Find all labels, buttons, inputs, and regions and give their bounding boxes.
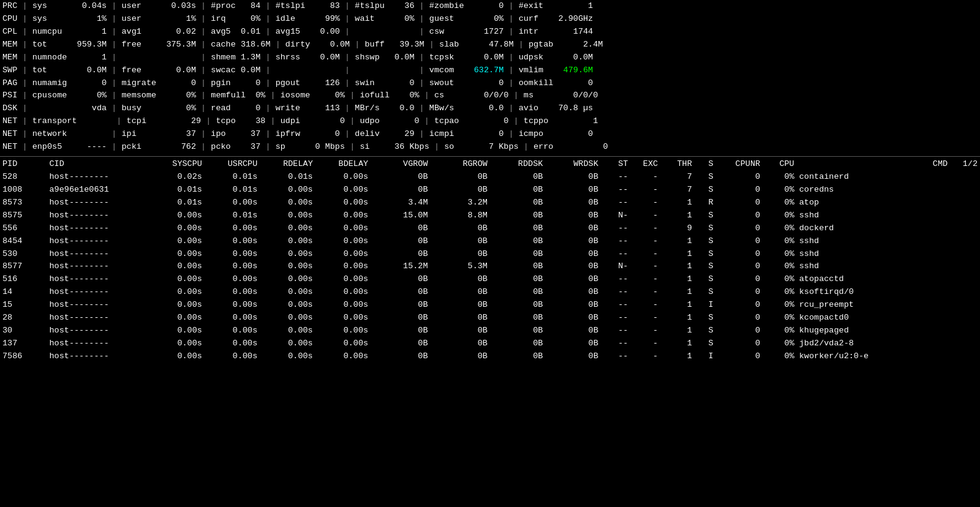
proc-col-header-12: 1/2 [950, 158, 980, 171]
table-row: 8454host--------0.00s0.00s0.00s0.00s0B0B… [0, 235, 980, 248]
proc-cell: 0.00s [315, 248, 371, 261]
sys-row-net: NET | transport | tcpi 29 | tcpo 38 | ud… [2, 116, 598, 126]
proc-cell: S [695, 184, 716, 197]
proc-cell: - [630, 286, 660, 299]
proc-cell: sshd [797, 248, 950, 261]
proc-cell: 0% [763, 209, 797, 222]
proc-col-header-bdelay: BDELAY [315, 158, 371, 171]
proc-cell: coredns [797, 184, 950, 197]
table-row: 1008a9e96e1e06310.01s0.01s0.00s0.00s0B0B… [0, 184, 980, 197]
proc-cell: 0% [763, 184, 797, 197]
proc-cell: 0B [490, 248, 545, 261]
proc-cell: S [695, 260, 716, 273]
proc-cell [950, 350, 980, 363]
proc-cell: 0B [431, 171, 490, 184]
proc-cell: 0 [716, 184, 763, 197]
proc-cell: N- [601, 260, 631, 273]
proc-col-header-rgrow: RGROW [431, 158, 490, 171]
proc-cell: host-------- [47, 312, 149, 325]
proc-cell: 0B [545, 222, 600, 235]
proc-cell: khugepaged [797, 325, 950, 337]
proc-cell: 0B [545, 235, 600, 248]
proc-cell: 0.00s [315, 184, 371, 197]
proc-header-row: PIDCIDSYSCPUUSRCPURDELAYBDELAYVGROWRGROW… [0, 158, 980, 171]
proc-cell: host-------- [47, 299, 149, 312]
proc-cell: -- [601, 197, 631, 209]
proc-cell: 0B [371, 248, 430, 261]
proc-cell [950, 325, 980, 337]
proc-cell: 0.00s [315, 286, 371, 299]
proc-cell: 0.00s [205, 222, 260, 235]
proc-cell: R [695, 197, 716, 209]
proc-cell: 5.3M [431, 260, 490, 273]
proc-cell: 530 [0, 248, 47, 261]
proc-cell: 0B [431, 184, 490, 197]
proc-cell: 0.00s [315, 337, 371, 350]
proc-cell [950, 209, 980, 222]
proc-cell: N- [601, 209, 631, 222]
proc-cell: 528 [0, 171, 47, 184]
sys-row-net: NET | network | ipi 37 | ipo 37 | ipfrw … [2, 129, 593, 138]
proc-cell: 0B [490, 286, 545, 299]
proc-cell: 0B [545, 184, 600, 197]
proc-cell: 0.00s [205, 260, 260, 273]
proc-cell: host-------- [47, 248, 149, 261]
proc-cell: host-------- [47, 209, 149, 222]
proc-cell: 0B [545, 350, 600, 363]
proc-cell: 0.00s [205, 235, 260, 248]
proc-cell: I [695, 350, 716, 363]
proc-cell: 0.00s [260, 235, 315, 248]
proc-cell: -- [601, 350, 631, 363]
proc-cell: 0.00s [205, 312, 260, 325]
proc-cell: 0.00s [315, 299, 371, 312]
proc-cell: 0% [763, 260, 797, 273]
proc-cell: 0 [716, 312, 763, 325]
proc-cell: 0.00s [315, 222, 371, 235]
proc-cell: 0B [431, 286, 490, 299]
proc-col-header-cid: CID [47, 158, 149, 171]
proc-cell: 0B [490, 337, 545, 350]
proc-cell [950, 222, 980, 235]
table-row: 14host--------0.00s0.00s0.00s0.00s0B0B0B… [0, 286, 980, 299]
proc-cell: kcompactd0 [797, 312, 950, 325]
proc-cell: 0B [371, 325, 430, 337]
proc-cell: 0B [490, 171, 545, 184]
sys-row-pag: PAG | numamig 0 | migrate 0 | pgin 0 | p… [2, 78, 593, 88]
proc-cell: - [630, 197, 660, 209]
proc-cell: 0B [490, 235, 545, 248]
proc-cell: 0% [763, 222, 797, 235]
table-row: 516host--------0.00s0.00s0.00s0.00s0B0B0… [0, 273, 980, 286]
proc-cell: 0B [490, 312, 545, 325]
proc-cell: 0.00s [260, 350, 315, 363]
proc-cell: host-------- [47, 325, 149, 337]
proc-cell: containerd [797, 171, 950, 184]
proc-cell: 0.00s [149, 273, 204, 286]
proc-cell: sshd [797, 260, 950, 273]
proc-table-container: PIDCIDSYSCPUUSRCPURDELAYBDELAYVGROWRGROW… [0, 158, 980, 363]
proc-cell [950, 260, 980, 273]
proc-cell: 8454 [0, 235, 47, 248]
sys-row-mem: MEM | tot 959.3M | free 375.3M | cache 3… [2, 40, 603, 49]
proc-cell: 0 [716, 209, 763, 222]
proc-cell: S [695, 209, 716, 222]
proc-cell: 0B [371, 273, 430, 286]
proc-cell: 0B [371, 171, 430, 184]
proc-cell: 0.00s [149, 350, 204, 363]
proc-cell: 30 [0, 325, 47, 337]
proc-cell: 0.00s [260, 184, 315, 197]
sys-row-prc: PRC | sys 0.04s | user 0.03s | #proc 84 … [2, 1, 593, 10]
proc-cell: 1 [660, 209, 695, 222]
proc-cell: 0 [716, 299, 763, 312]
table-row: 7586host--------0.00s0.00s0.00s0.00s0B0B… [0, 350, 980, 363]
proc-cell: host-------- [47, 222, 149, 235]
proc-cell [950, 248, 980, 261]
proc-col-header-rddsk: RDDSK [490, 158, 545, 171]
proc-cell: 0B [545, 260, 600, 273]
proc-cell: -- [601, 325, 631, 337]
proc-cell: 0.01s [205, 209, 260, 222]
proc-cell: 0B [490, 350, 545, 363]
proc-cell: 0.00s [149, 299, 204, 312]
proc-cell: 0% [763, 273, 797, 286]
proc-cell: 0.01s [149, 184, 204, 197]
sys-row-dsk: DSK | vda | busy 0% | read 0 | write 113… [2, 103, 593, 113]
